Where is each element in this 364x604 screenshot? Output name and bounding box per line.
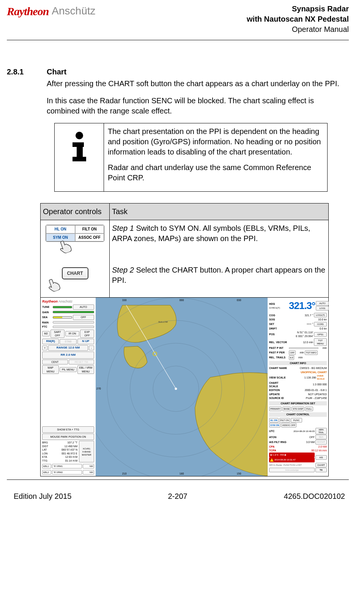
aton-value: OFF <box>289 435 315 439</box>
radar-right-panel: HDGGYRO1(T)321.3°AUTOLOG1 COG321.7 °LOG1… <box>268 298 328 476</box>
tick-330: 330 <box>122 298 127 302</box>
svg-rect-3 <box>72 157 86 161</box>
map-menu-button[interactable]: MAP MENU <box>42 365 59 374</box>
update-value: NOT UPDATED <box>289 393 327 396</box>
auto-button[interactable]: AUTO <box>73 304 95 309</box>
log1t-button[interactable]: LOG1(T) <box>314 313 327 317</box>
assoc-off-button[interactable]: ASSOC OFF <box>75 233 104 242</box>
set-value: === ° <box>289 322 313 326</box>
rr-button[interactable]: RR 2.0 NM <box>42 352 94 359</box>
paragraph-2: In this case the Radar function SENC wil… <box>47 96 349 116</box>
ttg-label: TTG <box>42 459 47 462</box>
header-rule <box>7 40 349 40</box>
vrm2-button[interactable]: °R VRM2 <box>52 470 82 475</box>
task-cell: Step 1 Switch to SYM ON. All symbols (EB… <box>110 220 329 298</box>
tgtmenu-button[interactable]: TGT MENU <box>314 338 327 346</box>
arpa-trial-button[interactable]: ARPA TRIAL <box>315 428 327 435</box>
reltrails-value[interactable]: 6.0 <box>289 355 294 360</box>
set-label: SET <box>269 322 288 326</box>
sart-button[interactable]: SART OFF <box>50 330 65 338</box>
range-minus-button[interactable]: - <box>89 345 94 350</box>
step2-label: Step 2 <box>112 266 134 274</box>
info-text-cell: The chart presentation on the PPI is dep… <box>104 123 328 192</box>
viewscale-value: 1:136 286 <box>289 376 316 379</box>
auto-button[interactable]: AUTO <box>316 301 329 306</box>
ack-button[interactable]: Acknowledge <box>269 468 315 472</box>
ccrs-button[interactable]: CCRS <box>314 322 327 326</box>
doc-title-line3: Operator Manual <box>247 24 349 35</box>
filt-on-button[interactable]: FILT ON <box>279 418 290 423</box>
reltrails-unit: min <box>295 356 303 359</box>
range-plus-button[interactable]: + <box>42 345 47 350</box>
tx-button[interactable]: TX <box>315 468 327 472</box>
section-number: 2.8.1 <box>7 67 47 77</box>
tgtinfo-button[interactable]: TGT INFO <box>305 350 318 355</box>
pastpper-value[interactable]: OFF <box>289 350 296 355</box>
scout-button[interactable]: SCOUT <box>315 440 327 444</box>
alert-time: 2014-08-29 10:31:47 <box>274 458 296 461</box>
tick-180: 180 <box>180 472 184 475</box>
dist-value: 12.490 NM <box>65 445 77 448</box>
pos-v2: E 001° 29.994' <box>296 335 313 337</box>
full-button[interactable]: FULL <box>305 407 313 411</box>
gps1-button[interactable]: GPS1 <box>314 332 327 337</box>
gain-label: GAIN <box>42 311 52 314</box>
sea-bar <box>53 316 72 319</box>
chart-button[interactable]: CHART <box>62 267 88 279</box>
alert-box[interactable]: ◀1 of 6 - INS▶ <box>269 453 315 457</box>
func-button[interactable]: FUNC <box>291 418 302 423</box>
info-box: The chart presentation on the PPI is dep… <box>54 123 328 192</box>
stddisp-button[interactable]: STD DISP <box>292 407 304 411</box>
chart-side-button[interactable]: CHART <box>315 463 327 467</box>
log1-button[interactable]: LOG1 <box>316 306 329 311</box>
cent-button[interactable]: CENT <box>42 360 68 364</box>
exp-button[interactable]: EXP OFF <box>80 330 94 338</box>
logo-anschutz: Anschütz <box>52 4 95 18</box>
pil-menu-button[interactable]: PIL MENU <box>60 367 76 372</box>
ir-button[interactable]: IR ON <box>65 331 79 336</box>
m2-button[interactable]: M2 <box>42 331 50 336</box>
unofficial-label: UNOFFICIAL CHART <box>269 371 327 374</box>
viewscale-label: VIEW SCALE <box>269 376 288 379</box>
lon-label: LON <box>42 452 47 455</box>
radar-ppi[interactable]: 330 000 030 270 210 180 150 SULLOM <box>96 298 268 476</box>
sea-button[interactable]: SEA <box>315 435 327 439</box>
xcvr-a: XCVR1 <box>80 447 93 450</box>
gain-bar <box>53 311 94 313</box>
range-button[interactable]: RANGE 12.0 NM <box>48 345 88 351</box>
base-button[interactable]: BASE <box>282 407 291 411</box>
chart-info-head: CHART INFO <box>269 361 327 365</box>
sea-off-button[interactable]: OFF <box>73 315 95 320</box>
assoc-off-button[interactable]: ASSOC OFF <box>281 423 297 427</box>
sym-on-button[interactable]: SYM ON <box>269 423 280 427</box>
reset-button[interactable]: RESET TM <box>69 360 95 364</box>
sourceid-value: Prof# - Z18P1450 <box>289 396 327 400</box>
ebl2-button[interactable]: EBL2 <box>42 470 51 475</box>
hl-on-button[interactable]: HL ON <box>46 225 75 233</box>
ais-button[interactable]: AIS <box>315 455 327 460</box>
tick-150: 150 <box>237 472 241 475</box>
pastpint-unit: min <box>319 346 327 350</box>
footer-center: 2-207 <box>168 491 187 501</box>
filt-on-button[interactable]: FILT ON <box>75 225 104 233</box>
cog-value: 321.7 ° <box>289 314 313 317</box>
gyro-label: GYRO1(T) <box>269 307 280 309</box>
ebl1-button[interactable]: EBL1 <box>42 464 51 468</box>
show-eta-button[interactable]: SHOW ETA + TTG <box>42 426 94 433</box>
stab-button[interactable]: STAB <box>60 339 76 344</box>
vrm1-button[interactable]: °R VRM1 <box>52 464 82 468</box>
brand-logo: Raytheon Anschütz <box>7 4 96 19</box>
ais-value: 3.0 <box>289 440 310 444</box>
radar-left-panel: Raytheon Anschütz TUNEAUTO GAIN SEAOFF R… <box>41 298 96 476</box>
paragraph-1: After pressing the CHART soft button the… <box>47 79 349 89</box>
hl-on-button[interactable]: HL ON <box>269 418 279 423</box>
ebl-menu-button[interactable]: EBL / VRM MENU <box>77 365 94 374</box>
update-label: UPDATE <box>269 393 288 396</box>
nm-label: NM <box>83 464 94 468</box>
rm-button[interactable]: RM(R) <box>42 339 59 344</box>
chartscale-value: 1:3 000 000 <box>289 383 327 386</box>
nup-button[interactable]: N UP <box>77 339 94 344</box>
primary-button[interactable]: PRIMARY <box>269 407 282 411</box>
relvec-value: 12.0 min <box>289 341 313 344</box>
mouse-park-button[interactable]: MOUSE PARK POSITION ON <box>42 434 94 440</box>
